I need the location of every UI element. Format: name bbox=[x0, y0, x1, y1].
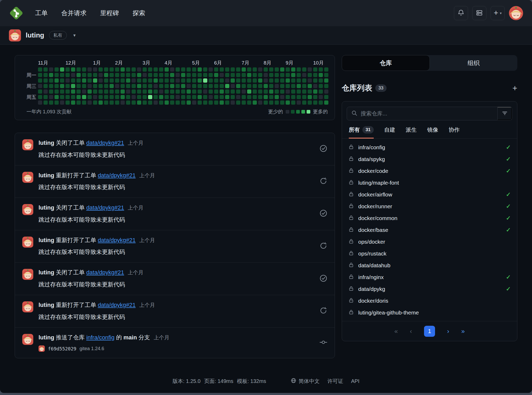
feed-title: luting 关闭了工单 data/dpykg#21 上个月 bbox=[39, 204, 315, 212]
repo-name[interactable]: docker/runner bbox=[358, 203, 392, 210]
heatmap-cell bbox=[115, 84, 119, 88]
repo-name[interactable]: docker/airflow bbox=[358, 191, 392, 198]
heatmap-cell bbox=[275, 73, 279, 77]
heatmap-cell bbox=[148, 84, 152, 88]
feed-avatar[interactable] bbox=[22, 237, 33, 248]
repo-filter-tab-1[interactable]: 自建 bbox=[384, 126, 395, 138]
repo-row[interactable]: docker/base✓ bbox=[342, 224, 517, 236]
profile-username[interactable]: luting bbox=[26, 31, 44, 39]
feed-avatar[interactable] bbox=[22, 269, 33, 280]
api-link[interactable]: API bbox=[351, 378, 359, 384]
pagination-next[interactable]: › bbox=[447, 328, 449, 335]
heatmap-cell bbox=[275, 78, 279, 83]
repo-row[interactable]: docker/doris bbox=[342, 295, 517, 307]
heatmap-cell bbox=[170, 89, 174, 94]
heatmap-cell bbox=[203, 73, 207, 77]
pagination-prev[interactable]: ‹ bbox=[410, 328, 412, 335]
repo-name[interactable]: docker/code bbox=[358, 168, 388, 174]
feed-link[interactable]: data/dpykg#21 bbox=[86, 269, 124, 276]
repo-row[interactable]: docker/common✓ bbox=[342, 212, 517, 224]
repo-name[interactable]: data/dpykg bbox=[358, 286, 385, 292]
heatmap-cell bbox=[286, 95, 290, 99]
repo-filter-tab-4[interactable]: 协作 bbox=[449, 126, 460, 138]
feed-actor[interactable]: luting bbox=[39, 204, 54, 211]
profile-dropdown-caret-icon[interactable]: ▼ bbox=[73, 33, 77, 38]
repo-row[interactable]: data/dpykg✓ bbox=[342, 283, 517, 295]
repo-name[interactable]: docker/base bbox=[358, 227, 388, 233]
feed-avatar[interactable] bbox=[22, 334, 33, 345]
repo-row[interactable]: docker/airflow✓ bbox=[342, 189, 517, 200]
panel-tab-repositories[interactable]: 仓库 bbox=[342, 55, 430, 71]
nav-item-1[interactable]: 合并请求 bbox=[61, 9, 86, 17]
language-selector[interactable]: 简体中文 bbox=[291, 378, 319, 385]
legend-swatch bbox=[286, 110, 289, 114]
feed-actor[interactable]: luting bbox=[39, 334, 54, 341]
feed-avatar[interactable] bbox=[22, 172, 33, 183]
repo-name[interactable]: data/datahub bbox=[358, 262, 390, 269]
license-link[interactable]: 许可证 bbox=[327, 378, 343, 385]
pagination-last[interactable]: » bbox=[461, 328, 465, 335]
gitea-logo-icon[interactable] bbox=[9, 6, 24, 20]
repo-name[interactable]: ops/docker bbox=[358, 239, 385, 245]
repo-row[interactable]: docker/code✓ bbox=[342, 165, 517, 177]
repo-row[interactable]: data/datahub bbox=[342, 259, 517, 271]
repo-row[interactable]: infra/config✓ bbox=[342, 141, 517, 153]
repo-row[interactable]: docker/runner✓ bbox=[342, 200, 517, 212]
pagination-current-page[interactable]: 1 bbox=[424, 326, 435, 337]
heatmap-cell bbox=[198, 100, 202, 105]
add-repo-button[interactable]: + bbox=[512, 84, 517, 92]
feed-actor[interactable]: luting bbox=[39, 237, 54, 243]
create-new-button[interactable]: + ▾ bbox=[491, 6, 505, 20]
notifications-button[interactable] bbox=[454, 6, 468, 20]
user-avatar[interactable] bbox=[509, 6, 523, 20]
feed-actor[interactable]: luting bbox=[39, 172, 54, 179]
panel-tab-organizations[interactable]: 组织 bbox=[430, 55, 517, 71]
nav-item-3[interactable]: 探索 bbox=[133, 9, 145, 17]
feed-link[interactable]: data/dpykg#21 bbox=[86, 140, 124, 146]
repo-name[interactable]: luting/maple-font bbox=[358, 180, 399, 186]
feed-link[interactable]: data/dpykg#21 bbox=[98, 172, 135, 179]
repo-name[interactable]: infra/nginx bbox=[358, 274, 384, 280]
feed-avatar[interactable] bbox=[22, 204, 33, 215]
feed-link[interactable]: data/dpykg#21 bbox=[98, 237, 135, 243]
heatmap-cell bbox=[148, 95, 152, 99]
feed-title: luting 重新打开了工单 data/dpykg#21 上个月 bbox=[39, 301, 315, 309]
profile-avatar[interactable] bbox=[9, 29, 21, 41]
feed-actor[interactable]: luting bbox=[39, 140, 54, 146]
repo-row[interactable]: ops/docker bbox=[342, 236, 517, 248]
check-icon: ✓ bbox=[506, 203, 511, 210]
feed-actor[interactable]: luting bbox=[39, 269, 54, 276]
commit-hash[interactable]: f69d552029 bbox=[48, 346, 76, 351]
nav-item-2[interactable]: 里程碑 bbox=[100, 9, 119, 17]
repo-name[interactable]: docker/doris bbox=[358, 298, 388, 304]
repo-name[interactable]: ops/rustack bbox=[358, 250, 386, 257]
heatmap-cell bbox=[143, 89, 147, 94]
feed-link[interactable]: data/dpykg#21 bbox=[98, 302, 135, 308]
repo-filter-tab-0[interactable]: 所有31 bbox=[349, 126, 374, 138]
admin-panel-button[interactable] bbox=[472, 6, 486, 20]
repo-row[interactable]: ops/rustack bbox=[342, 248, 517, 259]
feed-avatar[interactable] bbox=[22, 139, 33, 150]
nav-item-0[interactable]: 工单 bbox=[35, 9, 48, 17]
repo-filter-button[interactable] bbox=[497, 107, 512, 120]
repo-filter-tab-2[interactable]: 派生 bbox=[406, 126, 417, 138]
feed-actor[interactable]: luting bbox=[39, 302, 54, 308]
repo-row[interactable]: data/spykg✓ bbox=[342, 153, 517, 165]
repo-name[interactable]: data/spykg bbox=[358, 156, 385, 162]
repo-filter-tab-3[interactable]: 镜像 bbox=[427, 126, 438, 138]
repo-name[interactable]: infra/config bbox=[358, 144, 385, 151]
heatmap-cell bbox=[181, 95, 185, 99]
heatmap-month-label: 3月 bbox=[143, 60, 150, 66]
feed-link[interactable]: infra/config bbox=[86, 334, 115, 341]
repo-row[interactable]: luting/gitea-github-theme bbox=[342, 307, 517, 318]
repo-search-input[interactable] bbox=[361, 110, 493, 117]
feed-link[interactable]: data/dpykg#21 bbox=[86, 204, 124, 211]
pagination-first[interactable]: « bbox=[394, 328, 398, 335]
repo-name[interactable]: docker/common bbox=[358, 215, 397, 221]
repo-row[interactable]: infra/nginx✓ bbox=[342, 271, 517, 283]
feed-avatar[interactable] bbox=[22, 301, 33, 312]
heatmap-cell bbox=[220, 84, 224, 88]
repo-row[interactable]: luting/maple-font bbox=[342, 177, 517, 189]
heatmap-cell bbox=[253, 84, 257, 88]
repo-name[interactable]: luting/gitea-github-theme bbox=[358, 309, 419, 316]
